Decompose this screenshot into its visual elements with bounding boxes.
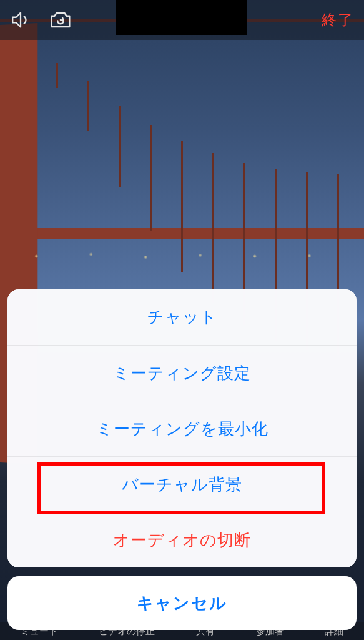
sheet-item-disconnect-audio[interactable]: オーディオの切断 — [7, 512, 357, 568]
sheet-item-label: チャット — [147, 306, 217, 328]
sheet-item-meeting-settings[interactable]: ミーティング設定 — [7, 345, 357, 401]
action-sheet-container: チャット ミーティング設定 ミーティングを最小化 バーチャル背景 オーディオの切… — [7, 289, 357, 630]
end-meeting-button[interactable]: 終了 — [322, 10, 354, 30]
sheet-item-label: ミーティング設定 — [113, 362, 251, 384]
sheet-item-chat[interactable]: チャット — [7, 289, 357, 345]
speaker-icon[interactable] — [10, 9, 31, 31]
switch-camera-icon[interactable] — [49, 9, 72, 31]
meeting-topbar: 終了 — [0, 0, 364, 40]
cancel-button-label: キャンセル — [137, 592, 227, 614]
sheet-item-label: ミーティングを最小化 — [96, 418, 268, 440]
sheet-item-minimize-meeting[interactable]: ミーティングを最小化 — [7, 401, 357, 456]
cancel-button[interactable]: キャンセル — [7, 576, 357, 630]
meeting-title-area — [116, 0, 247, 35]
svg-marker-0 — [12, 13, 21, 28]
action-sheet: チャット ミーティング設定 ミーティングを最小化 バーチャル背景 オーディオの切… — [7, 289, 357, 568]
sheet-item-label: バーチャル背景 — [122, 474, 242, 496]
sheet-item-virtual-background[interactable]: バーチャル背景 — [7, 456, 357, 512]
sheet-item-label: オーディオの切断 — [113, 529, 251, 551]
